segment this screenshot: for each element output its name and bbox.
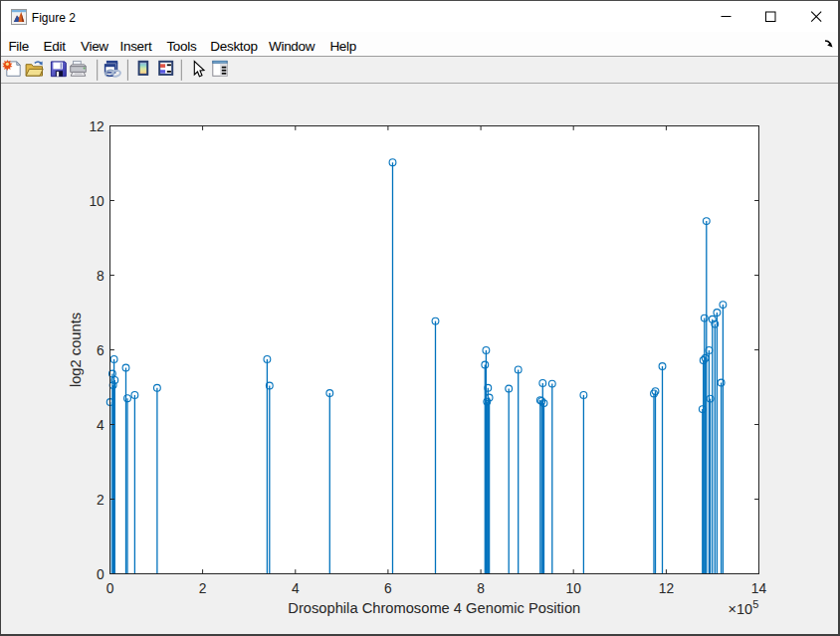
svg-text:4: 4	[97, 418, 105, 433]
svg-text:8: 8	[477, 581, 485, 596]
svg-text:2: 2	[97, 493, 105, 508]
svg-text:6: 6	[97, 343, 105, 358]
svg-text:2: 2	[199, 581, 207, 596]
svg-text:0: 0	[106, 581, 114, 596]
svg-text:10: 10	[89, 194, 105, 209]
svg-text:5: 5	[752, 598, 758, 610]
svg-text:×10: ×10	[729, 601, 753, 617]
svg-text:log2 counts: log2 counts	[68, 313, 84, 387]
svg-text:0: 0	[97, 567, 105, 582]
svg-text:Drosophila Chromosome 4 Genomi: Drosophila Chromosome 4 Genomic Position	[288, 600, 580, 616]
svg-text:12: 12	[659, 581, 674, 596]
svg-text:10: 10	[566, 581, 582, 596]
svg-text:8: 8	[97, 269, 105, 284]
svg-text:4: 4	[292, 581, 300, 596]
svg-text:12: 12	[89, 119, 104, 134]
svg-text:6: 6	[384, 581, 392, 596]
svg-text:14: 14	[751, 581, 767, 596]
